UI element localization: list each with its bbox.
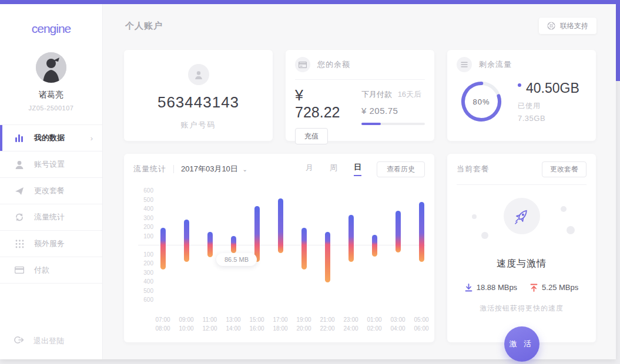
y-axis-tick: 600 bbox=[138, 296, 153, 303]
x-axis-tick: 09:0010:00 bbox=[173, 315, 199, 333]
next-payment-amount: ¥ 205.75 bbox=[361, 106, 425, 116]
wallet-icon bbox=[295, 57, 310, 72]
x-axis-tick: 19:0020:00 bbox=[291, 315, 317, 333]
sidebar-item-traffic-stats[interactable]: 流量统计 bbox=[0, 204, 102, 231]
y-axis-tick: 400 bbox=[138, 205, 153, 212]
traffic-chart-card: 流量统计 2017年03月10日 ⌄ 月 周 日 查看历史 6005004003… bbox=[124, 154, 434, 342]
avatar[interactable] bbox=[36, 52, 66, 83]
traffic-bar[interactable] bbox=[325, 232, 330, 282]
traffic-bar[interactable] bbox=[348, 215, 354, 262]
y-axis-tick: 100 bbox=[138, 233, 153, 240]
bar-chart-icon bbox=[14, 133, 25, 143]
page-title: 个人账户 bbox=[125, 21, 163, 32]
account-card: 563443143 账户号码 bbox=[124, 50, 273, 141]
right-accent-bar bbox=[616, 0, 620, 81]
logout-button[interactable]: 退出登陆 bbox=[0, 336, 102, 346]
y-axis-tick: 200 bbox=[138, 260, 153, 267]
plot-area: 60050040030020010010020030040050060007:0… bbox=[138, 190, 434, 337]
credit-card-icon bbox=[14, 265, 25, 275]
y-axis-tick: 200 bbox=[138, 224, 153, 230]
paper-plane-icon bbox=[14, 186, 25, 196]
chevron-right-icon: › bbox=[91, 134, 93, 143]
upload-icon bbox=[530, 284, 538, 292]
rocket-icon bbox=[513, 207, 531, 225]
sidebar-item-account-settings[interactable]: 账号设置 bbox=[0, 151, 102, 178]
logout-icon bbox=[14, 336, 24, 346]
rocket-illustration bbox=[447, 198, 596, 245]
upload-speed: 5.25 MBps bbox=[530, 283, 578, 292]
payment-progress-fill bbox=[361, 123, 381, 125]
logo: cengine bbox=[0, 22, 102, 36]
y-axis-tick: 300 bbox=[138, 215, 153, 221]
change-plan-button[interactable]: 更改套餐 bbox=[542, 161, 587, 177]
current-plan-card: 当前套餐 更改套餐 bbox=[447, 154, 596, 342]
user-icon bbox=[14, 159, 25, 170]
person-icon bbox=[188, 64, 209, 85]
activate-button[interactable]: 激 活 bbox=[504, 326, 539, 362]
top-accent-bar bbox=[0, 0, 620, 4]
deco-dot bbox=[481, 232, 488, 239]
tab-day[interactable]: 日 bbox=[354, 162, 361, 176]
upload-speed-value: 5.25 MBps bbox=[542, 283, 578, 292]
plan-name: 速度与激情 bbox=[447, 258, 596, 270]
view-history-button[interactable]: 查看历史 bbox=[377, 161, 425, 177]
sync-icon bbox=[14, 212, 25, 223]
download-icon bbox=[465, 284, 472, 292]
traffic-bar[interactable] bbox=[184, 220, 189, 262]
traffic-bar[interactable] bbox=[301, 228, 307, 269]
sidebar-item-my-data[interactable]: 我的数据 › bbox=[0, 125, 102, 151]
divider bbox=[457, 184, 587, 185]
account-number: 563443143 bbox=[124, 93, 273, 112]
x-axis-tick: 13:0014:00 bbox=[220, 315, 246, 333]
x-axis-tick: 15:0016:00 bbox=[244, 315, 270, 333]
activate-hint: 激活按钮获得更快的速度 bbox=[447, 304, 596, 314]
sidebar-item-extra-services[interactable]: 额外服务 bbox=[0, 231, 102, 257]
traffic-bar[interactable] bbox=[231, 236, 236, 253]
x-axis-tick: 21:0022:00 bbox=[314, 315, 340, 333]
traffic-bar[interactable] bbox=[396, 211, 401, 252]
traffic-bar[interactable] bbox=[278, 198, 283, 253]
remaining-data-card: 剩余流量 80% 40.50GB bbox=[447, 50, 596, 141]
life-ring-icon bbox=[547, 22, 555, 30]
remaining-data-value: 40.50GB bbox=[526, 80, 579, 96]
chart-tooltip: 86.5 MB bbox=[216, 253, 257, 266]
sidebar-item-payment[interactable]: 付款 bbox=[0, 257, 102, 284]
x-axis-tick: 07:0008:00 bbox=[150, 315, 176, 333]
grid-dots-icon bbox=[14, 238, 25, 249]
traffic-bar[interactable] bbox=[254, 206, 260, 262]
plan-card-title: 当前套餐 bbox=[457, 164, 490, 174]
tab-week[interactable]: 周 bbox=[330, 163, 337, 176]
balance-card-header: 您的余额 bbox=[286, 50, 434, 79]
x-axis-tick: 01:0002:00 bbox=[361, 315, 387, 333]
chart-title: 流量统计 bbox=[133, 164, 166, 174]
traffic-bar[interactable] bbox=[207, 232, 213, 257]
contact-support-button[interactable]: 联络支持 bbox=[539, 18, 596, 34]
traffic-bar[interactable] bbox=[419, 202, 424, 262]
sidebar: cengine 诸葛亮 JZ05-2500107 我的数据 › bbox=[0, 4, 103, 359]
bullet-dot-icon bbox=[518, 83, 521, 87]
deco-dot bbox=[561, 206, 567, 212]
y-axis-tick: 500 bbox=[138, 197, 153, 203]
logout-label: 退出登陆 bbox=[33, 336, 64, 346]
next-payment-label: 下月付款 bbox=[361, 90, 392, 99]
traffic-bar[interactable] bbox=[372, 235, 377, 257]
tab-month[interactable]: 月 bbox=[306, 163, 313, 176]
next-payment-due: 16天后 bbox=[398, 90, 421, 99]
usage-donut-chart: 80% bbox=[460, 80, 502, 123]
remaining-data-title: 剩余流量 bbox=[479, 59, 512, 70]
sidebar-item-label: 我的数据 bbox=[34, 133, 65, 143]
traffic-bar[interactable] bbox=[160, 228, 166, 269]
user-name: 诸葛亮 bbox=[0, 90, 102, 100]
deco-dot bbox=[472, 214, 477, 219]
remaining-data-header: 剩余流量 bbox=[447, 50, 596, 79]
recharge-button[interactable]: 充值 bbox=[295, 128, 328, 144]
y-axis-tick: 300 bbox=[138, 269, 153, 276]
y-axis-tick: 600 bbox=[138, 187, 153, 194]
sidebar-item-label: 更改套餐 bbox=[34, 186, 65, 196]
sidebar-item-change-plan[interactable]: 更改套餐 bbox=[0, 178, 102, 204]
date-selector[interactable]: 2017年03月10日 ⌄ bbox=[181, 164, 247, 174]
x-axis-tick: 03:0004:00 bbox=[385, 315, 411, 333]
user-id: JZ05-2500107 bbox=[0, 105, 102, 112]
x-axis-tick: 05:0006:00 bbox=[408, 315, 434, 333]
divider bbox=[173, 165, 174, 173]
